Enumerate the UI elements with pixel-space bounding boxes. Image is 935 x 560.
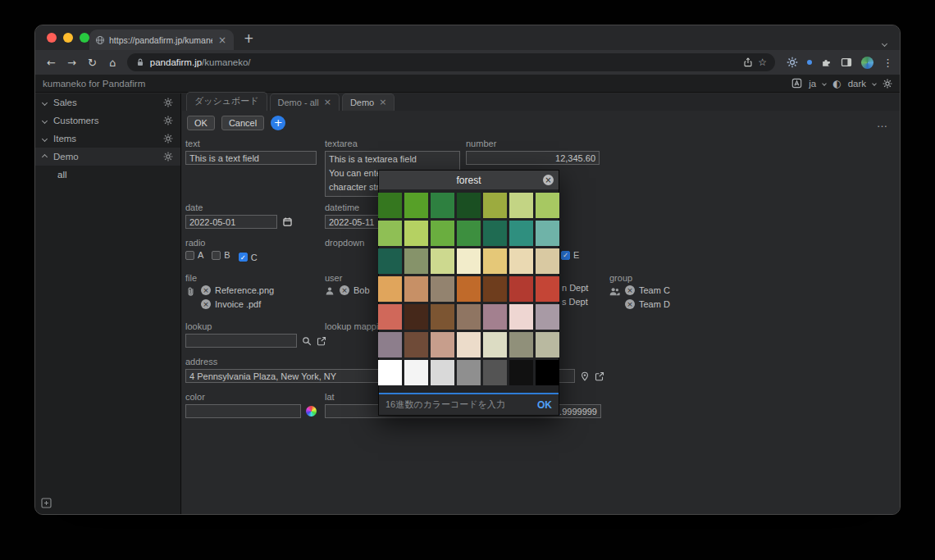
contrast-icon[interactable]: ◐ — [832, 78, 841, 89]
tab-close-icon[interactable]: × — [217, 34, 228, 46]
back-button[interactable]: ← — [42, 57, 61, 69]
color-swatch[interactable] — [404, 332, 428, 357]
share-icon[interactable] — [743, 57, 753, 67]
home-button[interactable]: ⌂ — [103, 57, 122, 69]
color-swatch[interactable] — [509, 332, 533, 357]
record-tab-1[interactable]: ダッシュボード — [186, 92, 267, 111]
sidebar-add-app-icon[interactable] — [41, 498, 52, 508]
color-swatch[interactable] — [404, 248, 428, 274]
color-swatch[interactable] — [404, 276, 428, 302]
gear-icon[interactable] — [163, 116, 173, 125]
checkbox-icon[interactable]: ✓ — [561, 251, 570, 260]
reload-button[interactable]: ↻ — [83, 57, 102, 69]
theme-select[interactable]: dark — [848, 79, 866, 89]
color-swatch[interactable] — [483, 221, 507, 246]
popup-close-icon[interactable]: × — [543, 175, 554, 185]
attachment-icon[interactable] — [185, 286, 196, 297]
window-close-button[interactable] — [47, 33, 57, 43]
hex-code-input[interactable]: 16進数のカラーコードを入力 — [385, 398, 505, 411]
color-wheel-icon[interactable] — [306, 406, 317, 417]
color-swatch[interactable] — [378, 332, 402, 357]
color-swatch[interactable] — [536, 193, 559, 218]
profile-avatar[interactable] — [861, 57, 873, 69]
color-swatch[interactable] — [509, 360, 533, 385]
sidebar-subitem-all[interactable]: all — [35, 166, 180, 184]
record-tab-3[interactable]: Demo× — [342, 93, 395, 111]
remove-icon[interactable]: × — [625, 285, 635, 295]
external-link-icon[interactable] — [595, 371, 604, 381]
color-swatch[interactable] — [536, 332, 559, 357]
color-swatch[interactable] — [431, 193, 454, 218]
color-swatch[interactable] — [509, 276, 533, 302]
forward-button[interactable]: → — [62, 57, 81, 69]
color-swatch[interactable] — [509, 193, 533, 218]
color-swatch[interactable] — [536, 276, 559, 302]
color-swatch[interactable] — [483, 248, 507, 274]
add-record-button[interactable]: + — [271, 116, 285, 130]
color-swatch[interactable] — [457, 304, 481, 330]
color-swatch[interactable] — [431, 332, 454, 357]
color-swatch[interactable] — [536, 304, 559, 330]
window-minimize-button[interactable] — [63, 33, 73, 43]
color-swatch[interactable] — [509, 248, 533, 274]
color-swatch[interactable] — [404, 193, 428, 218]
color-swatch[interactable] — [378, 304, 402, 330]
color-swatch[interactable] — [536, 221, 559, 246]
checkbox-icon[interactable] — [185, 251, 194, 260]
color-swatch[interactable] — [431, 248, 454, 274]
option-C[interactable]: ✓C — [239, 253, 258, 262]
color-swatch[interactable] — [457, 332, 481, 357]
cancel-button[interactable]: Cancel — [221, 116, 264, 130]
sidebar-item-sales[interactable]: Sales — [35, 93, 180, 112]
checkbox-icon[interactable]: ✓ — [239, 253, 248, 262]
color-swatch[interactable] — [431, 304, 454, 330]
remove-icon[interactable]: × — [201, 285, 211, 295]
color-swatch[interactable] — [457, 360, 481, 385]
side-panel-icon[interactable] — [841, 57, 852, 68]
color-swatch[interactable] — [404, 360, 428, 385]
sidebar-item-demo[interactable]: Demo — [35, 148, 180, 166]
color-swatch[interactable] — [536, 360, 559, 385]
search-icon[interactable] — [302, 336, 312, 346]
color-swatch[interactable] — [509, 221, 533, 246]
color-swatch[interactable] — [483, 304, 507, 330]
color-swatch[interactable] — [457, 276, 481, 302]
color-swatch[interactable] — [483, 332, 507, 357]
color-input[interactable] — [185, 404, 301, 418]
calendar-icon[interactable] — [282, 216, 293, 227]
extensions-puzzle-icon[interactable] — [821, 57, 832, 68]
color-swatch[interactable] — [404, 221, 428, 246]
color-swatch[interactable] — [378, 276, 402, 302]
external-link-icon[interactable] — [317, 336, 326, 346]
browser-menu-icon[interactable]: ⋮ — [883, 57, 893, 69]
color-swatch[interactable] — [431, 221, 454, 246]
remove-icon[interactable]: × — [625, 299, 635, 309]
palette-search-input[interactable]: forest — [456, 175, 481, 186]
color-swatch[interactable] — [378, 360, 402, 385]
option-B[interactable]: B — [212, 250, 230, 260]
color-swatch[interactable] — [483, 360, 507, 385]
remove-icon[interactable]: × — [340, 285, 349, 295]
color-swatch[interactable] — [457, 248, 481, 274]
color-swatch[interactable] — [509, 304, 533, 330]
sidebar-item-items[interactable]: Items — [35, 130, 180, 148]
translate-icon[interactable] — [791, 78, 802, 89]
color-swatch[interactable] — [483, 276, 507, 302]
language-select[interactable]: ja — [809, 79, 816, 89]
extension-gear-icon[interactable] — [787, 57, 798, 68]
color-swatch[interactable] — [457, 193, 481, 218]
color-swatch[interactable] — [378, 221, 402, 246]
settings-gear-icon[interactable] — [883, 79, 892, 89]
record-tab-2[interactable]: Demo - all× — [270, 93, 340, 111]
color-swatch[interactable] — [536, 248, 559, 274]
date-input[interactable] — [185, 215, 277, 229]
color-ok-button[interactable]: OK — [537, 399, 552, 411]
new-tab-button[interactable]: + — [244, 31, 254, 46]
lookup-input[interactable] — [185, 334, 297, 348]
address-bar[interactable]: pandafirm.jp/kumaneko/ ☆ — [127, 53, 775, 71]
color-swatch[interactable] — [431, 360, 454, 385]
color-swatch[interactable] — [404, 304, 428, 330]
color-swatch[interactable] — [483, 193, 507, 218]
color-swatch[interactable] — [378, 248, 402, 274]
gear-icon[interactable] — [163, 98, 173, 107]
